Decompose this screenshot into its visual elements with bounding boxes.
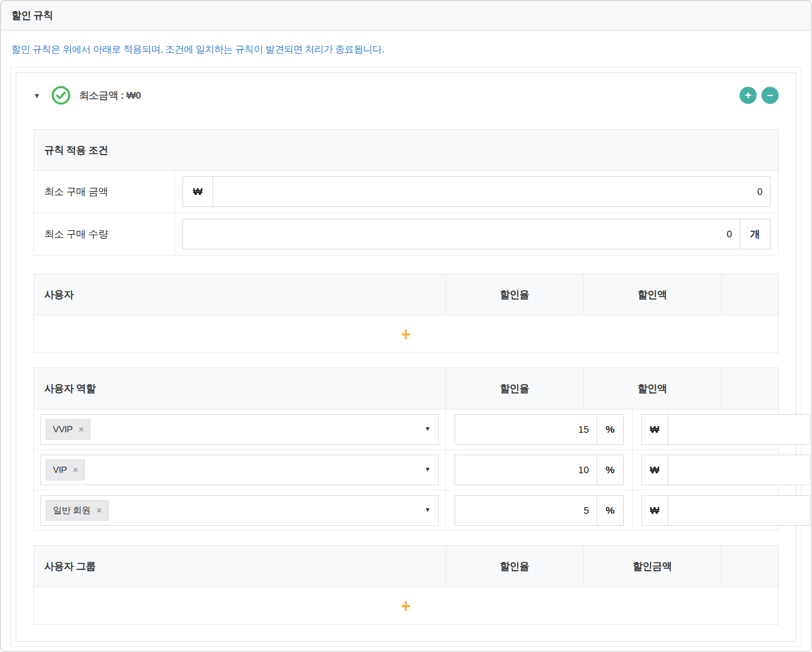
groups-col-rate: 할인율 — [446, 546, 583, 587]
role-amount-cell: ₩ — [632, 490, 812, 530]
groups-add-row: + — [34, 587, 778, 624]
tag-remove-icon[interactable]: × — [97, 506, 102, 515]
tag-remove-icon[interactable]: × — [79, 425, 83, 434]
role-tag-label: 일반 회원 — [53, 504, 91, 517]
users-table-header: 사용자 할인율 할인액 — [34, 274, 778, 316]
users-table: 사용자 할인율 할인액 + — [33, 274, 779, 353]
min-amount-row: 최소 구매 금액 ₩ — [34, 171, 778, 213]
role-amount-input[interactable] — [668, 495, 810, 526]
groups-col-actions — [721, 546, 778, 587]
won-prefix-addon: ₩ — [641, 495, 668, 526]
role-rate-input[interactable] — [455, 455, 597, 485]
select-caret-icon: ▼ — [425, 425, 431, 432]
roles-col-rate: 할인율 — [446, 368, 583, 409]
users-title: 사용자 — [34, 274, 446, 315]
role-tag: 일반 회원 × — [46, 500, 109, 521]
role-rate-cell: % — [446, 409, 632, 449]
won-prefix-addon: ₩ — [183, 176, 213, 207]
min-amount-label: 최소 구매 금액 — [34, 171, 175, 213]
role-row: 일반 회원 × ▼ % ₩ — [34, 490, 778, 530]
select-caret-icon: ▼ — [425, 506, 431, 513]
role-rate-input[interactable] — [455, 495, 597, 526]
quantity-unit-addon: 개 — [740, 219, 771, 249]
groups-table-header: 사용자 그룹 할인율 할인금액 — [34, 546, 778, 587]
page-description: 할인 규칙은 위에서 아래로 적용되며, 조건에 일치하는 규칙이 발견되면 처… — [1, 31, 811, 56]
conditions-table-header: 규칙 적용 조건 — [34, 130, 778, 171]
select-caret-icon: ▼ — [425, 466, 431, 473]
roles-col-actions — [721, 368, 778, 409]
add-rule-button[interactable]: + — [740, 87, 757, 104]
rules-container: ▼ 최소금액 : ₩0 + − 규칙 적용 조건 최소 구매 금액 — [10, 67, 802, 647]
rule-enabled-check-icon[interactable] — [51, 86, 71, 105]
role-tag-label: VIP — [53, 465, 67, 475]
role-rate-cell: % — [446, 490, 632, 530]
min-quantity-input[interactable] — [183, 219, 740, 249]
role-select-cell: 일반 회원 × ▼ — [34, 490, 446, 530]
min-amount-input[interactable] — [213, 176, 771, 207]
page: 할인 규칙 할인 규칙은 위에서 아래로 적용되며, 조건에 일치하는 규칙이 … — [0, 0, 812, 652]
min-amount-field-wrap: ₩ — [175, 171, 778, 213]
min-quantity-row: 최소 구매 수량 개 — [34, 213, 778, 255]
roles-table: 사용자 역할 할인율 할인액 VVIP × ▼ — [33, 367, 779, 531]
groups-table: 사용자 그룹 할인율 할인금액 + — [33, 545, 779, 625]
discount-rule-panel: ▼ 최소금액 : ₩0 + − 규칙 적용 조건 최소 구매 금액 — [16, 72, 796, 642]
roles-title: 사용자 역할 — [34, 368, 446, 409]
users-col-rate: 할인율 — [446, 274, 583, 315]
groups-title: 사용자 그룹 — [34, 546, 446, 587]
groups-col-amount: 할인금액 — [583, 546, 721, 587]
add-group-button[interactable]: + — [401, 596, 411, 615]
role-row: VIP × ▼ % ₩ — [34, 449, 778, 490]
percent-suffix-addon: % — [597, 495, 624, 526]
won-prefix-addon: ₩ — [641, 455, 668, 485]
rule-header: ▼ 최소금액 : ₩0 + − — [33, 84, 779, 106]
percent-suffix-addon: % — [597, 414, 624, 445]
role-amount-input[interactable] — [668, 414, 810, 445]
role-select[interactable]: VIP × ▼ — [41, 455, 439, 485]
percent-suffix-addon: % — [597, 455, 624, 485]
role-select-cell: VVIP × ▼ — [34, 409, 446, 449]
page-header: 할인 규칙 — [1, 1, 811, 31]
users-col-actions — [721, 274, 778, 315]
rule-title: 최소금액 : ₩0 — [79, 89, 141, 102]
roles-table-header: 사용자 역할 할인율 할인액 — [34, 368, 778, 409]
role-tag-label: VVIP — [53, 424, 72, 435]
min-quantity-label: 최소 구매 수량 — [34, 213, 175, 255]
rule-actions: + − — [740, 87, 779, 104]
roles-col-amount: 할인액 — [583, 368, 721, 409]
role-tag: VVIP × — [46, 419, 91, 440]
role-amount-cell: ₩ — [632, 450, 812, 490]
role-select[interactable]: VVIP × ▼ — [41, 414, 439, 445]
min-quantity-field-wrap: 개 — [175, 213, 778, 255]
conditions-table: 규칙 적용 조건 최소 구매 금액 ₩ 최소 구매 수량 — [33, 129, 779, 255]
users-col-amount: 할인액 — [583, 274, 721, 315]
collapse-caret-icon[interactable]: ▼ — [33, 92, 51, 100]
add-user-button[interactable]: + — [401, 325, 411, 344]
role-rate-cell: % — [446, 450, 632, 490]
role-amount-cell: ₩ — [632, 409, 812, 449]
remove-rule-button[interactable]: − — [761, 87, 779, 104]
role-tag: VIP × — [46, 459, 85, 480]
role-row: VVIP × ▼ % ₩ — [34, 409, 778, 449]
role-select[interactable]: 일반 회원 × ▼ — [41, 495, 439, 526]
role-amount-input[interactable] — [668, 455, 810, 485]
role-rate-input[interactable] — [455, 414, 597, 445]
won-prefix-addon: ₩ — [641, 414, 668, 445]
users-add-row: + — [34, 316, 778, 353]
page-title: 할인 규칙 — [11, 9, 53, 22]
tag-remove-icon[interactable]: × — [73, 466, 78, 474]
role-select-cell: VIP × ▼ — [34, 450, 446, 490]
